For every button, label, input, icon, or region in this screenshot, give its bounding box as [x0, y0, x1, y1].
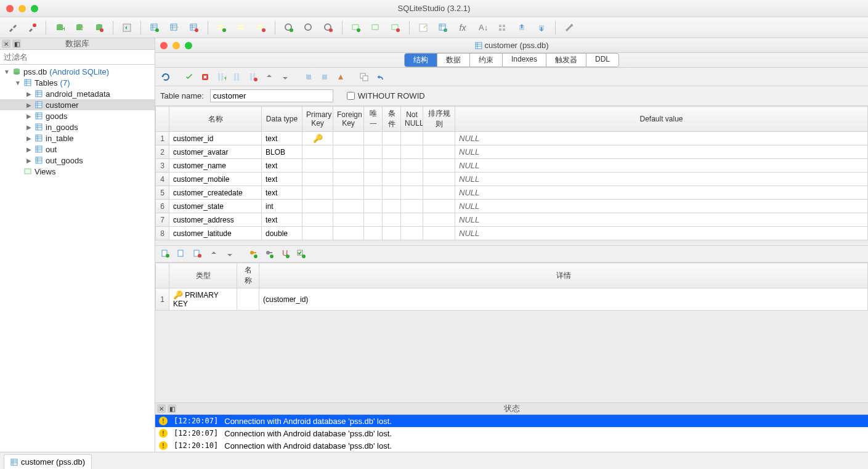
column-header[interactable]: 唯一: [364, 107, 383, 132]
tree-table-item[interactable]: ▶android_metadata: [0, 88, 155, 99]
columns-grid[interactable]: 名称Data typePrimary KeyForeign Key唯一条件Not…: [155, 106, 868, 240]
add-table-constraint-button[interactable]: [159, 247, 172, 261]
column-row[interactable]: 2customer_avatarBLOBNULL: [156, 145, 868, 159]
delete-index-button[interactable]: [253, 20, 270, 36]
database-tree[interactable]: ▼ pss.db (Android SQLite) ▼ Tables (7) ▶…: [0, 65, 155, 452]
close-panel-button[interactable]: ✕: [2, 39, 10, 48]
constraint-row[interactable]: 1🔑 PRIMARY KEY(customer_id): [156, 288, 868, 311]
edit-table-button[interactable]: [166, 20, 183, 36]
column-row[interactable]: 8customer_latitudedoubleNULL: [156, 227, 868, 240]
column-row[interactable]: 3customer_nametextNULL: [156, 159, 868, 173]
column-header[interactable]: 条件: [383, 107, 401, 132]
edit-index-button[interactable]: [233, 20, 250, 36]
column-row[interactable]: 7customer_addresstextNULL: [156, 213, 868, 227]
status-list[interactable]: ![12:20:07]Connection with Android datab…: [155, 415, 868, 452]
settings-button[interactable]: [561, 20, 578, 36]
constraint-header[interactable]: 类型: [169, 263, 237, 288]
close-status-button[interactable]: ✕: [157, 404, 166, 413]
tab-触发器[interactable]: 触发器: [546, 54, 586, 67]
tab-约束[interactable]: 约束: [470, 54, 503, 67]
status-row[interactable]: ![12:20:07]Connection with Android datab…: [155, 427, 868, 439]
add-unique-button[interactable]: U: [278, 247, 292, 261]
move-down-button[interactable]: [278, 70, 292, 84]
constraint-down-button[interactable]: [223, 247, 237, 261]
collations-button[interactable]: A↓: [474, 20, 491, 36]
constraint-header[interactable]: 名称: [237, 263, 259, 288]
ddl-history-button[interactable]: [434, 20, 452, 36]
functions-button[interactable]: fx: [454, 20, 471, 36]
connect-button[interactable]: [4, 20, 21, 36]
rollback-button[interactable]: [198, 70, 212, 84]
create-similar-button[interactable]: [357, 70, 371, 84]
edit-table-constraint-button[interactable]: [175, 247, 189, 261]
add-column-button[interactable]: +: [214, 70, 228, 84]
column-header[interactable]: 名称: [169, 107, 262, 132]
tree-table-item[interactable]: ▶out_goods: [0, 155, 155, 166]
column-row[interactable]: 5customer_createdatetextNULL: [156, 186, 868, 200]
tab-数据[interactable]: 数据: [437, 54, 470, 67]
edit-constraint-button[interactable]: [318, 70, 331, 84]
disconnect-button[interactable]: [23, 20, 41, 36]
constraint-up-button[interactable]: [207, 247, 221, 261]
add-constraint-button[interactable]: [302, 70, 315, 84]
detach-panel-button[interactable]: ◧: [12, 39, 21, 48]
table-name-input[interactable]: [210, 89, 333, 102]
tree-table-item[interactable]: ▶in_table: [0, 133, 155, 144]
constraints-grid[interactable]: 类型名称详情 1🔑 PRIMARY KEY(customer_id): [155, 263, 868, 311]
column-header[interactable]: Primary Key: [302, 107, 333, 132]
tree-db-node[interactable]: ▼ pss.db (Android SQLite): [0, 66, 155, 77]
undo-button[interactable]: [373, 70, 387, 84]
minimize-editor-button[interactable]: [172, 42, 180, 49]
tab-Indexes[interactable]: Indexes: [503, 54, 546, 67]
column-header[interactable]: Data type: [262, 107, 302, 132]
column-row[interactable]: 6customer_stateintNULL: [156, 200, 868, 213]
column-header[interactable]: 排序规则: [423, 107, 455, 132]
tree-tables-node[interactable]: ▼ Tables (7): [0, 77, 155, 88]
bottom-tab-customer[interactable]: customer (pss.db): [4, 454, 92, 469]
delete-table-button[interactable]: [185, 20, 203, 36]
detach-status-button[interactable]: ◧: [168, 404, 176, 413]
add-check-button[interactable]: [294, 247, 308, 261]
column-row[interactable]: 1customer_idtext🔑NULL: [156, 132, 868, 145]
column-row[interactable]: 4customer_mobiletextNULL: [156, 173, 868, 186]
column-header[interactable]: Not NULL: [401, 107, 423, 132]
delete-column-button[interactable]: [246, 70, 260, 84]
tab-结构[interactable]: 结构: [405, 54, 437, 67]
delete-trigger-button[interactable]: [320, 20, 337, 36]
without-rowid-checkbox[interactable]: [347, 92, 355, 100]
status-row[interactable]: ![12:20:07]Connection with Android datab…: [155, 415, 868, 427]
extension-button[interactable]: [493, 20, 511, 36]
add-db-button[interactable]: +: [51, 20, 68, 36]
close-window-button[interactable]: [6, 5, 14, 12]
minimize-window-button[interactable]: [18, 5, 26, 12]
remove-db-button[interactable]: [91, 20, 108, 36]
sql-editor-button[interactable]: [118, 20, 136, 36]
tree-table-item[interactable]: ▶in_goods: [0, 121, 155, 133]
import-button[interactable]: [513, 20, 530, 36]
tree-table-item[interactable]: ▶out: [0, 144, 155, 155]
export-button[interactable]: [533, 20, 550, 36]
history-button[interactable]: [415, 20, 432, 36]
tab-DDL[interactable]: DDL: [586, 54, 619, 67]
commit-button[interactable]: [182, 70, 196, 84]
delete-table-constraint-button[interactable]: [191, 247, 205, 261]
populate-button[interactable]: [334, 70, 347, 84]
add-view-button[interactable]: [347, 20, 365, 36]
constraint-header[interactable]: 详情: [259, 263, 868, 288]
delete-view-button[interactable]: [387, 20, 404, 36]
edit-db-button[interactable]: [71, 20, 88, 36]
add-index-button[interactable]: [213, 20, 230, 36]
add-trigger-button[interactable]: [280, 20, 298, 36]
add-table-button[interactable]: [146, 20, 163, 36]
column-header[interactable]: Default value: [455, 107, 868, 132]
column-header[interactable]: Foreign Key: [333, 107, 364, 132]
refresh-button[interactable]: [159, 70, 172, 84]
edit-trigger-button[interactable]: [300, 20, 317, 36]
close-editor-button[interactable]: [160, 42, 168, 49]
add-fk-button[interactable]: [262, 247, 276, 261]
add-pk-button[interactable]: [246, 247, 260, 261]
tree-filter-input[interactable]: [0, 50, 155, 65]
edit-column-button[interactable]: [230, 70, 244, 84]
move-up-button[interactable]: [262, 70, 276, 84]
tree-table-item[interactable]: ▶goods: [0, 110, 155, 121]
